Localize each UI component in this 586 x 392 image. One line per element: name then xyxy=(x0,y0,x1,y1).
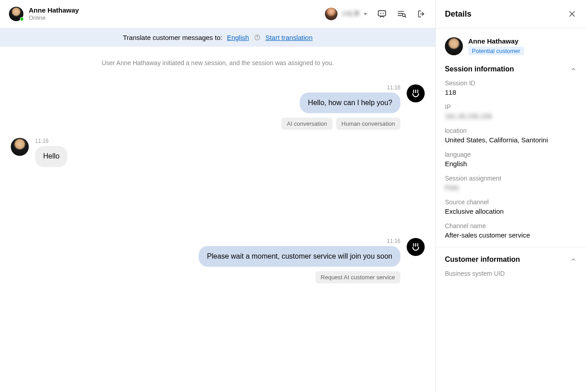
field-value-location: United States, California, Santorini xyxy=(445,136,577,144)
field-value-source: Exclusive allocation xyxy=(445,207,577,215)
translate-bar: Translate customer messages to: English … xyxy=(0,28,435,47)
translate-language-link[interactable]: English xyxy=(227,34,249,41)
customer-info-toggle[interactable]: Customer information xyxy=(445,255,577,264)
session-info-title: Session information xyxy=(445,65,514,73)
field-label: IP xyxy=(445,103,577,110)
customer-avatar xyxy=(9,7,23,21)
chat-main: Anne Hathaway Online 小红果 xyxy=(0,0,435,392)
bot-avatar-icon xyxy=(407,84,425,102)
chat-header: Anne Hathaway Online 小红果 xyxy=(0,0,435,28)
svg-line-7 xyxy=(405,16,406,17)
field-label: Source channel xyxy=(445,198,577,206)
chevron-down-icon xyxy=(364,13,367,15)
message-bubble: Hello xyxy=(35,146,67,167)
field-label: language xyxy=(445,151,577,158)
svg-rect-0 xyxy=(378,11,386,16)
start-translation-link[interactable]: Start translation xyxy=(265,34,312,41)
session-info-toggle[interactable]: Session information xyxy=(445,65,577,73)
quick-reply-icon[interactable] xyxy=(377,9,387,19)
details-header: Details xyxy=(436,0,586,28)
message-time: 11:16 xyxy=(387,84,400,91)
field-value-ip: 181.35.235.158 xyxy=(445,112,577,120)
details-body[interactable]: Anne Hathaway Potential customer Session… xyxy=(436,28,586,392)
customer-name: Anne Hathaway xyxy=(29,6,79,15)
field-label: Channel name xyxy=(445,222,577,229)
details-panel: Details Anne Hathaway Potential customer… xyxy=(435,0,586,392)
field-label: location xyxy=(445,127,577,134)
transfer-agent-selector[interactable]: 小红果 xyxy=(325,8,367,20)
field-value-assignment: Pete xyxy=(445,184,577,191)
svg-point-1 xyxy=(380,13,381,13)
field-value-language: English xyxy=(445,160,577,167)
customer-status: Online xyxy=(29,14,79,22)
close-icon[interactable] xyxy=(567,9,577,19)
customer-info-title: Customer information xyxy=(445,255,520,264)
message-agent: 11:16 Please wait a moment, customer ser… xyxy=(11,238,425,283)
exit-session-icon[interactable] xyxy=(417,9,426,19)
translate-label: Translate customer messages to: xyxy=(123,34,222,41)
field-label-uid: Business system UID xyxy=(445,270,577,277)
detail-customer-name: Anne Hathaway xyxy=(468,37,519,45)
system-message: User Anne Hathaway initiated a new sessi… xyxy=(11,59,425,66)
header-customer-block: Anne Hathaway Online xyxy=(9,6,79,22)
online-indicator-icon xyxy=(20,17,24,21)
search-history-icon[interactable] xyxy=(397,9,407,19)
svg-point-2 xyxy=(383,13,384,13)
message-bubble: Hello, how can I help you? xyxy=(300,92,400,113)
customer-avatar-large xyxy=(445,37,463,55)
bot-avatar-icon xyxy=(407,238,425,256)
tag-request-ai[interactable]: Request AI customer service xyxy=(315,271,400,283)
field-value-session-id: 118 xyxy=(445,88,577,96)
chevron-up-icon xyxy=(570,66,577,73)
divider xyxy=(436,247,586,247)
tag-human-conversation[interactable]: Human conversation xyxy=(336,118,400,130)
transfer-agent-name: 小红果 xyxy=(341,10,360,18)
message-customer: 11:16 Hello xyxy=(11,138,425,167)
chevron-up-icon xyxy=(570,256,577,263)
message-bubble: Please wait a moment, customer service w… xyxy=(199,246,400,267)
agent-avatar xyxy=(325,8,337,20)
help-icon[interactable] xyxy=(253,34,261,41)
field-label: Session assignment xyxy=(445,175,577,182)
customer-avatar-small xyxy=(11,138,29,156)
svg-point-10 xyxy=(257,39,257,39)
field-label: Session ID xyxy=(445,79,577,87)
chat-messages[interactable]: User Anne Hathaway initiated a new sessi… xyxy=(0,47,435,392)
field-value-channel: After-sales customer service xyxy=(445,231,577,239)
message-time: 11:16 xyxy=(387,238,400,244)
message-time: 11:16 xyxy=(35,138,49,144)
customer-summary: Anne Hathaway Potential customer xyxy=(445,37,577,55)
potential-customer-badge: Potential customer xyxy=(468,47,524,55)
message-agent: 11:16 Hello, how can I help you? AI conv… xyxy=(11,84,425,130)
details-title: Details xyxy=(445,9,471,19)
tag-ai-conversation[interactable]: AI conversation xyxy=(281,118,333,130)
